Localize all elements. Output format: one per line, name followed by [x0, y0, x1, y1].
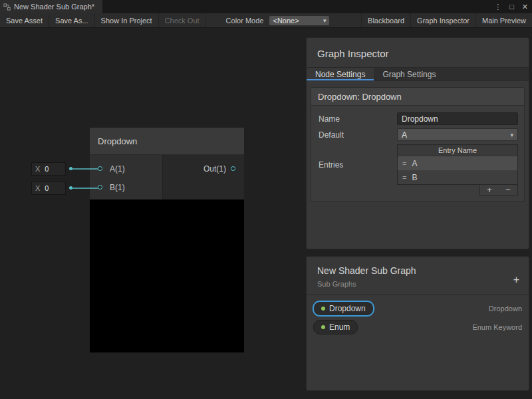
default-dropdown[interactable]: A ▾: [397, 128, 518, 141]
chevron-down-icon: ▾: [323, 17, 327, 24]
default-row: Default A ▾: [319, 128, 518, 141]
remove-entry-button[interactable]: −: [499, 185, 517, 195]
blackboard-toggle-button[interactable]: Blackboard: [361, 13, 410, 27]
section-title: Dropdown: Dropdown: [311, 88, 524, 106]
save-as-button[interactable]: Save As...: [49, 13, 95, 27]
window-controls: ⋮ □ ✕: [494, 0, 528, 13]
toolbar: Save Asset Save As... Show In Project Ch…: [0, 13, 532, 28]
blackboard-item-enum[interactable]: Enum: [313, 320, 358, 334]
entries-footer: + −: [479, 185, 518, 196]
window-maximize-button[interactable]: □: [509, 3, 514, 11]
blackboard-header: New Shader Sub Graph Sub Graphs +: [307, 257, 529, 294]
input-b-value-field[interactable]: X 0: [31, 182, 66, 195]
blackboard-row: Dropdown Dropdown: [313, 299, 522, 318]
color-mode-dropdown[interactable]: <None> ▾: [269, 15, 330, 26]
port-a-label: A(1): [110, 164, 125, 174]
graph-inspector-toggle-button[interactable]: Graph Inspector: [410, 13, 475, 27]
blackboard-item-dropdown[interactable]: Dropdown: [313, 301, 374, 316]
inspector-tabs: Node Settings Graph Settings: [307, 67, 529, 81]
blackboard-subtitle: Sub Graphs: [317, 280, 518, 294]
name-row: Name Dropdown: [319, 112, 518, 125]
exposed-dot-icon: [321, 325, 325, 329]
entry-name: A: [412, 159, 417, 168]
port-b-icon[interactable]: [98, 185, 102, 190]
document-tab-label: New Shader Sub Graph*: [14, 3, 94, 11]
port-out-label: Out(1): [186, 164, 226, 174]
default-label: Default: [319, 130, 397, 140]
tab-graph-settings[interactable]: Graph Settings: [374, 68, 444, 80]
document-tab[interactable]: New Shader Sub Graph*: [0, 0, 102, 13]
graph-inspector-title: Graph Inspector: [307, 38, 529, 67]
port-a-icon[interactable]: [98, 166, 102, 171]
main-preview-toggle-button[interactable]: Main Preview: [475, 13, 532, 27]
blackboard-item-type: Enum Keyword: [472, 323, 522, 331]
chevron-down-icon: ▾: [510, 132, 513, 138]
input-a-value: 0: [45, 165, 49, 173]
entries-row: Entries Entry Name = A = B: [319, 144, 518, 185]
blackboard-item-label: Dropdown: [329, 304, 366, 313]
name-label: Name: [319, 114, 397, 124]
edge-a-wire[interactable]: [72, 168, 98, 170]
node-preview: [90, 200, 244, 352]
default-value: A: [402, 130, 407, 140]
entries-list: Entry Name = A = B: [397, 144, 518, 185]
drag-handle-icon[interactable]: =: [402, 174, 406, 182]
drag-handle-icon[interactable]: =: [402, 160, 406, 168]
blackboard-item-type: Dropdown: [489, 305, 522, 313]
node-header[interactable]: Dropdown: [90, 128, 244, 155]
blackboard-items: Dropdown Dropdown Enum Enum Keyword: [307, 295, 529, 341]
entry-name: B: [412, 173, 417, 182]
blackboard-panel: New Shader Sub Graph Sub Graphs + Dropdo…: [306, 256, 529, 391]
axis-x-label: X: [35, 184, 40, 192]
node-input-column: [90, 155, 163, 200]
unity-shader-graph-window: New Shader Sub Graph* ⋮ □ ✕ Save Asset S…: [0, 0, 532, 399]
node-title: Dropdown: [98, 136, 137, 146]
port-out-icon[interactable]: [231, 166, 235, 171]
entries-footer-row: + −: [319, 185, 518, 196]
section-body: Name Dropdown Default A ▾ Entries Entry …: [311, 106, 524, 201]
toolbar-right-group: Blackboard Graph Inspector Main Preview: [361, 13, 532, 27]
entries-header: Entry Name: [398, 145, 517, 156]
blackboard-title: New Shader Sub Graph: [317, 265, 518, 276]
entry-row[interactable]: = A: [398, 156, 517, 170]
save-asset-button[interactable]: Save Asset: [0, 13, 49, 27]
check-out-button[interactable]: Check Out: [159, 13, 206, 27]
blackboard-row: Enum Enum Keyword: [313, 318, 522, 336]
window-close-button[interactable]: ✕: [522, 3, 528, 11]
node-body[interactable]: [90, 155, 244, 200]
color-mode-label: Color Mode: [221, 13, 269, 27]
shader-graph-icon: [3, 3, 11, 11]
graph-inspector-panel: Graph Inspector Node Settings Graph Sett…: [306, 37, 529, 249]
exposed-dot-icon: [321, 307, 325, 311]
port-b-label: B(1): [110, 183, 125, 192]
tab-node-settings[interactable]: Node Settings: [307, 68, 374, 80]
edge-b-wire[interactable]: [72, 188, 98, 189]
input-b-value: 0: [45, 184, 49, 192]
entry-row[interactable]: = B: [398, 170, 517, 184]
node-settings-section: Dropdown: Dropdown Name Dropdown Default…: [311, 87, 525, 201]
name-input[interactable]: Dropdown: [397, 112, 518, 125]
color-mode-value: <None>: [273, 17, 299, 25]
axis-x-label: X: [35, 165, 40, 173]
entries-label: Entries: [319, 160, 397, 170]
add-entry-button[interactable]: +: [480, 185, 499, 195]
titlebar: New Shader Sub Graph* ⋮ □ ✕: [0, 0, 532, 13]
blackboard-item-label: Enum: [329, 323, 350, 332]
add-property-button[interactable]: +: [513, 274, 519, 286]
show-in-project-button[interactable]: Show In Project: [95, 13, 159, 27]
window-menu-button[interactable]: ⋮: [494, 3, 501, 11]
input-a-value-field[interactable]: X 0: [31, 162, 66, 176]
